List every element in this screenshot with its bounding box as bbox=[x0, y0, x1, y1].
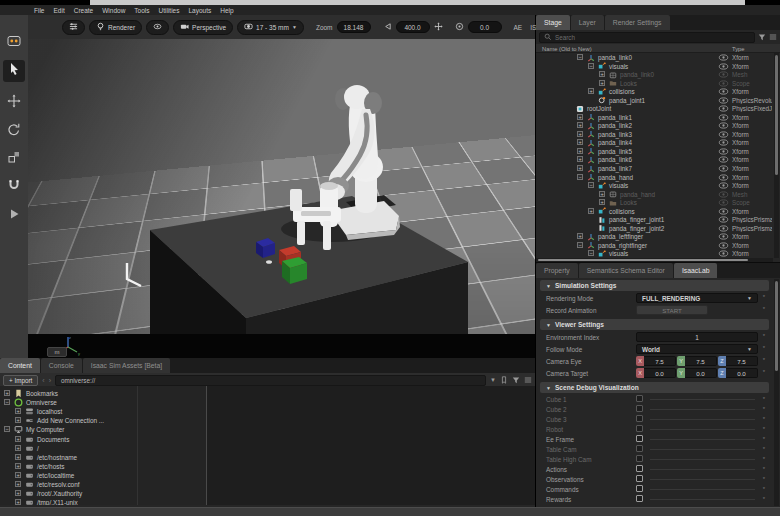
expander-icon[interactable]: + bbox=[577, 139, 583, 145]
snap-tool[interactable] bbox=[3, 176, 25, 198]
stage-row-panda_rightfinger[interactable]: −panda_rightfingerXform bbox=[536, 241, 773, 250]
expander-icon[interactable]: + bbox=[15, 445, 21, 451]
options-list-icon[interactable] bbox=[769, 33, 777, 41]
expander-icon[interactable]: + bbox=[599, 199, 605, 205]
expander-icon[interactable]: + bbox=[588, 88, 594, 94]
visibility-eye-icon[interactable] bbox=[718, 199, 730, 206]
stage-row-panda_link4[interactable]: +panda_link4Xform bbox=[536, 138, 773, 147]
rewards-checkbox[interactable] bbox=[636, 495, 643, 502]
expander-icon[interactable]: + bbox=[577, 156, 583, 162]
content-row--tmp-x11-unix[interactable]: +/tmp/.X11-unix bbox=[0, 498, 205, 505]
visibility-eye-icon[interactable] bbox=[718, 216, 730, 223]
menu-create[interactable]: Create bbox=[74, 7, 94, 14]
renderer-button[interactable]: Renderer bbox=[89, 20, 142, 35]
play-button[interactable] bbox=[3, 205, 25, 227]
tab-semantics-schema-editor[interactable]: Semantics Schema Editor bbox=[579, 263, 673, 278]
record-animation-button[interactable]: START bbox=[636, 305, 708, 315]
expander-icon[interactable]: − bbox=[4, 426, 10, 432]
cube-1-checkbox[interactable] bbox=[636, 395, 643, 402]
capture-tool[interactable] bbox=[3, 32, 25, 54]
focal-length-input[interactable]: 400.0 bbox=[396, 21, 430, 33]
stage-row-panda_hand[interactable]: −panda_handXform bbox=[536, 173, 773, 182]
expander-icon[interactable]: + bbox=[577, 131, 583, 137]
visibility-eye-icon[interactable] bbox=[718, 250, 730, 257]
stage-tree-vertical-scrollbar[interactable] bbox=[774, 53, 779, 258]
camera-eye-x-input[interactable]: 7.5 bbox=[644, 356, 676, 366]
expander-icon[interactable]: + bbox=[599, 80, 605, 86]
robot-checkbox[interactable] bbox=[636, 425, 643, 432]
content-row--[interactable]: +/ bbox=[0, 444, 205, 453]
stage-row-panda_joint1[interactable]: panda_joint1PhysicsRevolute bbox=[536, 96, 773, 105]
content-filter-icon[interactable] bbox=[512, 376, 520, 384]
actions-checkbox[interactable] bbox=[636, 465, 643, 472]
camera-eye-y-input[interactable]: 7.5 bbox=[685, 356, 717, 366]
expander-icon[interactable]: + bbox=[15, 499, 21, 505]
visibility-eye-icon[interactable] bbox=[718, 174, 730, 181]
visibility-eye-icon[interactable] bbox=[718, 105, 730, 112]
stage-row-panda_link1[interactable]: +panda_link1Xform bbox=[536, 113, 773, 122]
visibility-eye-icon[interactable] bbox=[718, 225, 730, 232]
tab-isaaclab[interactable]: IsaacLab bbox=[674, 263, 718, 278]
stage-row-panda_finger_joint1[interactable]: panda_finger_joint1PhysicsPrismatic bbox=[536, 215, 773, 224]
tab-content[interactable]: Content bbox=[0, 358, 40, 373]
expander-icon[interactable]: + bbox=[15, 490, 21, 496]
move-tool[interactable] bbox=[3, 92, 25, 114]
stage-row-visuals[interactable]: −visualsXform bbox=[536, 62, 773, 71]
expander-icon[interactable]: + bbox=[4, 390, 10, 396]
scale-tool[interactable] bbox=[3, 148, 25, 170]
stage-row-panda_link6[interactable]: +panda_link6Xform bbox=[536, 155, 773, 164]
table-high-cam-checkbox[interactable] bbox=[636, 455, 643, 462]
content-row-documents[interactable]: +Documents bbox=[0, 435, 205, 444]
tab-isaac-sim-assets-beta-[interactable]: Isaac Sim Assets [Beta] bbox=[83, 358, 170, 373]
expander-icon[interactable]: + bbox=[588, 208, 594, 214]
stage-tree-header[interactable]: Name (Old to New) Type bbox=[536, 44, 780, 53]
rendering-mode-dropdown[interactable]: FULL_RENDERING▼ bbox=[636, 293, 758, 303]
select-tool[interactable] bbox=[3, 60, 25, 82]
expander-icon[interactable]: − bbox=[4, 399, 10, 405]
menu-edit[interactable]: Edit bbox=[53, 7, 64, 14]
lens-button[interactable]: 17 - 35 mm▼ bbox=[237, 20, 304, 35]
tab-property[interactable]: Property bbox=[536, 263, 578, 278]
path-breadcrumb[interactable]: omniverse:// bbox=[55, 375, 486, 386]
stage-row-panda_link0[interactable]: +panda_link0Mesh bbox=[536, 70, 773, 79]
follow-mode-dropdown[interactable]: World▼ bbox=[636, 344, 758, 354]
stage-row-panda_finger_joint2[interactable]: panda_finger_joint2PhysicsPrismatic bbox=[536, 224, 773, 233]
expander-icon[interactable]: + bbox=[15, 408, 21, 414]
content-row--etc-hostname[interactable]: +/etc/hostname bbox=[0, 453, 205, 462]
tab-console[interactable]: Console bbox=[41, 358, 82, 373]
property-vertical-scrollbar[interactable] bbox=[774, 279, 779, 506]
expander-icon[interactable]: − bbox=[588, 182, 594, 188]
stage-row-panda_link7[interactable]: +panda_link7Xform bbox=[536, 164, 773, 173]
expander-icon[interactable]: − bbox=[577, 242, 583, 248]
visibility-eye-icon[interactable] bbox=[718, 88, 730, 95]
camera-eye-z-input[interactable]: 7.5 bbox=[726, 356, 758, 366]
content-row--etc-resolv-conf[interactable]: +/etc/resolv.conf bbox=[0, 480, 205, 489]
expander-icon[interactable]: + bbox=[577, 114, 583, 120]
content-list-icon[interactable] bbox=[524, 376, 532, 384]
viewport-canvas[interactable] bbox=[28, 39, 535, 334]
exposure-input[interactable]: 0.0 bbox=[468, 21, 502, 33]
stage-row-collisions[interactable]: +collisionsXform bbox=[536, 207, 773, 216]
camera-target-z-input[interactable]: 0.0 bbox=[726, 368, 758, 378]
visibility-eye-icon[interactable] bbox=[718, 233, 730, 240]
search-input[interactable]: Search bbox=[539, 32, 755, 43]
visibility-eye-icon[interactable] bbox=[718, 156, 730, 163]
camera-target-y-input[interactable]: 0.0 bbox=[685, 368, 717, 378]
stage-row-panda_leftfinger[interactable]: +panda_leftfingerXform bbox=[536, 232, 773, 241]
camera-button[interactable]: Perspective bbox=[173, 20, 233, 35]
stage-row-panda_hand[interactable]: +panda_handMesh bbox=[536, 190, 773, 199]
stage-row-Looks[interactable]: +LooksScope bbox=[536, 79, 773, 88]
menu-window[interactable]: Window bbox=[102, 7, 125, 14]
visibility-eye-icon[interactable] bbox=[718, 191, 730, 198]
menu-utilities[interactable]: Utilities bbox=[159, 7, 180, 14]
path-dropdown-icon[interactable]: ▼ bbox=[490, 377, 496, 383]
cube-2-checkbox[interactable] bbox=[636, 405, 643, 412]
content-row--etc-hosts[interactable]: +/etc/hosts bbox=[0, 462, 205, 471]
commands-checkbox[interactable] bbox=[636, 485, 643, 492]
visibility-eye-icon[interactable] bbox=[718, 139, 730, 146]
visibility-eye-icon[interactable] bbox=[718, 208, 730, 215]
tab-stage[interactable]: Stage bbox=[536, 15, 570, 30]
rotate-tool[interactable] bbox=[3, 120, 25, 142]
camera-target-x-input[interactable]: 0.0 bbox=[644, 368, 676, 378]
content-row--etc-localtime[interactable]: +/etc/localtime bbox=[0, 471, 205, 480]
